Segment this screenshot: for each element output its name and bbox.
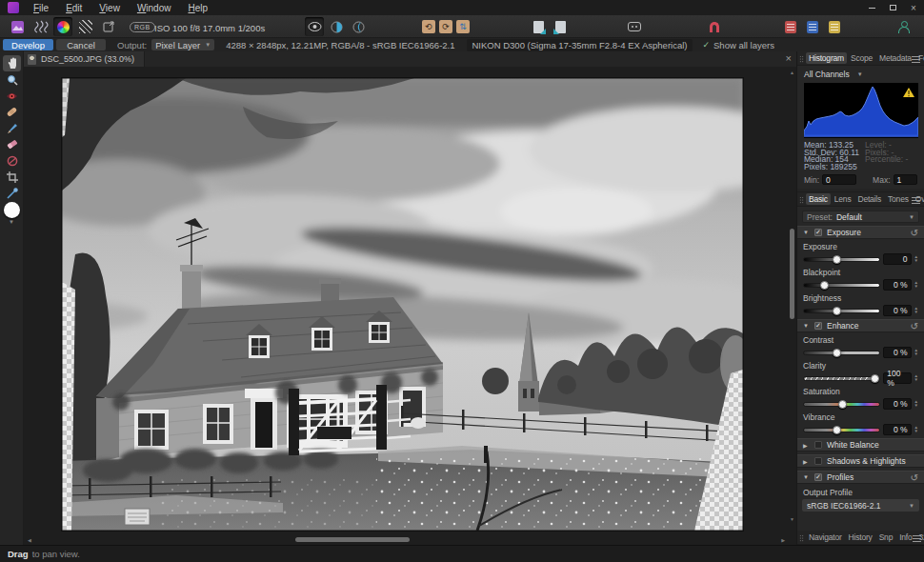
clipping-warning-icon[interactable] bbox=[903, 88, 914, 97]
chevron-right-icon[interactable]: ▶ bbox=[803, 442, 810, 449]
panel-menu-icon[interactable] bbox=[912, 197, 920, 204]
section-exposure-header[interactable]: ▼ ✓ Exposure ↺ bbox=[797, 226, 924, 239]
tab-navigator[interactable]: Navigator bbox=[806, 532, 845, 543]
orientation-icon[interactable]: ⇅ bbox=[454, 17, 472, 36]
tab-snapshots[interactable]: Snp bbox=[876, 532, 896, 543]
develop-persona-icon[interactable] bbox=[53, 17, 72, 36]
stepper-icon[interactable]: ▲▼ bbox=[914, 426, 918, 433]
menu-view[interactable]: View bbox=[90, 2, 129, 14]
exposure-slider-knob[interactable] bbox=[833, 255, 841, 264]
channel-dropdown[interactable]: All Channels▼ bbox=[797, 66, 924, 82]
stepper-icon[interactable]: ▲▼ bbox=[914, 281, 918, 289]
menu-edit[interactable]: Edit bbox=[57, 2, 90, 14]
vibrance-slider-knob[interactable] bbox=[833, 426, 841, 434]
contrast-value-input[interactable]: 0 % bbox=[883, 347, 911, 358]
brightness-slider-track[interactable] bbox=[803, 309, 880, 313]
overlay-gradient-tool[interactable] bbox=[3, 152, 21, 169]
tab-histogram[interactable]: Histogram bbox=[806, 52, 847, 64]
vscroll-up-icon[interactable]: ▲ bbox=[790, 70, 794, 75]
blemish-removal-tool[interactable] bbox=[3, 104, 21, 120]
tab-history[interactable]: History bbox=[846, 532, 875, 543]
menu-help[interactable]: Help bbox=[179, 2, 216, 14]
section-profiles-header[interactable]: ▼ ✓ Profiles ↺ bbox=[797, 471, 924, 484]
white-balance-tool[interactable] bbox=[3, 185, 21, 201]
crop-tool[interactable] bbox=[3, 169, 21, 185]
account-icon[interactable] bbox=[894, 17, 913, 36]
clarity-slider-track[interactable] bbox=[803, 376, 880, 381]
brightness-value-input[interactable]: 0 % bbox=[883, 305, 911, 316]
brightness-slider-knob[interactable] bbox=[833, 307, 841, 315]
white-balance-checkbox[interactable] bbox=[814, 441, 822, 449]
restore-button[interactable] bbox=[882, 0, 903, 15]
vscroll-down-icon[interactable]: ▼ bbox=[790, 516, 794, 522]
panel-menu-icon[interactable] bbox=[913, 535, 921, 542]
show-all-layers-checkbox[interactable]: ✓ Show all layers bbox=[702, 40, 773, 50]
add-snapshot-icon[interactable] bbox=[529, 17, 548, 36]
split-view-icon[interactable] bbox=[327, 17, 346, 36]
chevron-right-icon[interactable]: ▶ bbox=[803, 458, 810, 465]
panel-handle-icon[interactable] bbox=[799, 534, 804, 542]
blackpoint-slider-knob[interactable] bbox=[820, 281, 829, 290]
photo-canvas[interactable] bbox=[62, 78, 743, 531]
menu-file[interactable]: File bbox=[25, 2, 57, 14]
profiles-checkbox[interactable]: ✓ bbox=[814, 473, 822, 481]
liquify-persona-icon[interactable] bbox=[31, 17, 50, 36]
stepper-icon[interactable]: ▲▼ bbox=[914, 255, 918, 263]
rotate-cw-icon[interactable]: ⟳ bbox=[437, 17, 454, 36]
menu-window[interactable]: Window bbox=[129, 2, 180, 14]
panel-handle-icon[interactable] bbox=[799, 196, 804, 204]
tone-mapping-persona-icon[interactable] bbox=[76, 17, 95, 36]
cancel-button[interactable]: Cancel bbox=[56, 39, 106, 50]
blackpoint-value-input[interactable]: 0 % bbox=[883, 279, 911, 291]
stepper-icon[interactable]: ▲▼ bbox=[914, 400, 918, 408]
output-dropdown[interactable]: Pixel Layer▼ bbox=[151, 39, 214, 50]
overlay-paint-tool[interactable] bbox=[3, 120, 21, 136]
snapping-magnet-icon[interactable] bbox=[705, 17, 724, 36]
tab-scope[interactable]: Scope bbox=[848, 52, 875, 64]
tab-metadata[interactable]: Metadata bbox=[876, 52, 914, 64]
exposure-enabled-checkbox[interactable]: ✓ bbox=[814, 229, 822, 236]
assistant-icon[interactable] bbox=[625, 17, 644, 36]
panel-menu-icon[interactable] bbox=[912, 56, 920, 63]
exposure-value-input[interactable]: 0 bbox=[883, 253, 911, 265]
export-persona-icon[interactable] bbox=[99, 17, 118, 36]
max-input[interactable]: 1 bbox=[894, 174, 918, 185]
minimize-button[interactable] bbox=[861, 0, 882, 15]
mirror-view-icon[interactable] bbox=[349, 17, 368, 36]
clarity-value-input[interactable]: 100 % bbox=[883, 372, 911, 384]
panel-handle-icon[interactable] bbox=[799, 55, 804, 63]
contrast-slider-knob[interactable] bbox=[833, 349, 841, 357]
document-tab[interactable]: DSC_5500.JPG (33.0%) bbox=[24, 51, 145, 67]
zoom-tool[interactable] bbox=[3, 71, 21, 88]
saturation-slider-knob[interactable] bbox=[838, 400, 847, 409]
section-white-balance-header[interactable]: ▶ White Balance bbox=[797, 438, 924, 452]
studio-preset-red-icon[interactable] bbox=[781, 17, 800, 36]
vibrance-slider-track[interactable] bbox=[803, 428, 880, 432]
chevron-down-icon[interactable]: ▼ bbox=[803, 474, 810, 480]
reset-icon[interactable]: ↺ bbox=[911, 321, 918, 331]
saturation-slider-track[interactable] bbox=[803, 402, 880, 407]
section-enhance-header[interactable]: ▼ ✓ Enhance ↺ bbox=[797, 319, 924, 332]
clarity-slider-knob[interactable] bbox=[871, 374, 879, 383]
tab-basic[interactable]: Basic bbox=[806, 193, 831, 205]
contrast-slider-track[interactable] bbox=[803, 351, 880, 355]
tab-lens[interactable]: Lens bbox=[832, 193, 854, 205]
restore-snapshot-icon[interactable] bbox=[551, 17, 570, 36]
close-document-icon[interactable]: × bbox=[786, 52, 792, 64]
single-view-icon[interactable] bbox=[305, 17, 324, 36]
red-eye-removal-tool[interactable] bbox=[3, 88, 21, 104]
enhance-enabled-checkbox[interactable]: ✓ bbox=[814, 322, 822, 330]
canvas-area[interactable]: ◀ ▶ ▲ ▼ bbox=[24, 67, 796, 545]
reset-icon[interactable]: ↺ bbox=[911, 228, 918, 238]
blackpoint-slider-track[interactable] bbox=[803, 283, 880, 288]
exposure-slider-track[interactable] bbox=[803, 257, 880, 262]
close-button[interactable]: × bbox=[903, 0, 924, 15]
horizontal-scrollbar[interactable] bbox=[295, 537, 410, 542]
hscroll-left-icon[interactable]: ◀ bbox=[28, 537, 31, 543]
studio-preset-yellow-icon[interactable] bbox=[825, 17, 844, 36]
view-tool[interactable] bbox=[3, 55, 21, 71]
overlay-erase-tool[interactable] bbox=[3, 136, 21, 152]
develop-button[interactable]: Develop bbox=[3, 39, 53, 50]
min-input[interactable]: 0 bbox=[822, 174, 856, 185]
saturation-value-input[interactable]: 0 % bbox=[883, 398, 911, 410]
